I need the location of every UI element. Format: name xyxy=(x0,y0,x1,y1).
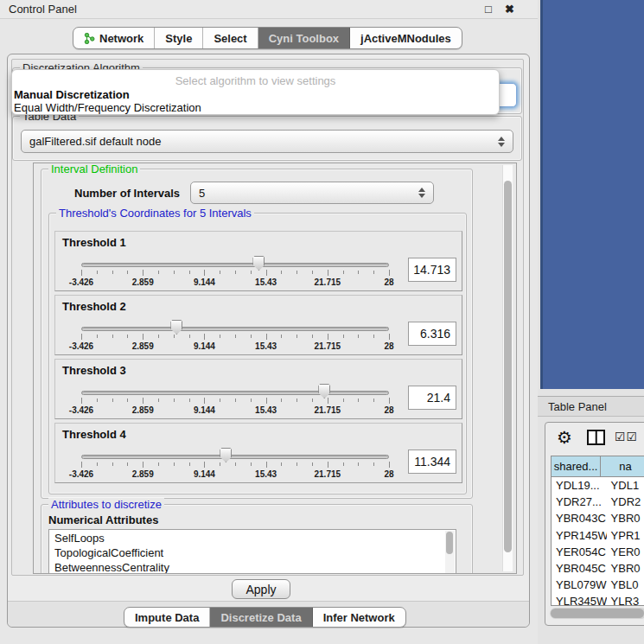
table-cell[interactable]: YBL079W xyxy=(552,577,607,593)
threshold-4-label: Threshold 4 xyxy=(62,428,126,441)
tab-select[interactable]: Select xyxy=(203,28,258,48)
control-panel-titlebar: Control Panel □ ✖ xyxy=(0,0,538,19)
table-row[interactable]: YDR27...YDR2 xyxy=(552,494,644,510)
threshold-3-slider-thumb[interactable] xyxy=(318,384,330,399)
tab-impute-data-label: Impute Data xyxy=(135,611,199,624)
close-icon[interactable]: ✖ xyxy=(505,3,514,16)
list-item[interactable]: TopologicalCoefficient xyxy=(54,546,163,559)
table-horizontal-scrollbar[interactable] xyxy=(550,608,644,619)
threshold-1-slider-thumb[interactable] xyxy=(252,256,265,271)
settings-scrollbar[interactable] xyxy=(502,165,513,571)
table-cell[interactable]: YBL0 xyxy=(607,577,644,593)
table-row[interactable]: YPR145WYPR1 xyxy=(552,527,644,544)
table-data-select[interactable]: galFiltered.sif default node xyxy=(21,130,513,153)
slider-tick xyxy=(343,335,344,338)
slider-tick-label: -3.426 xyxy=(69,277,93,287)
threshold-2-slider-track[interactable] xyxy=(81,327,389,331)
slider-tick xyxy=(343,462,344,466)
threshold-2-value-field[interactable]: 6.316 xyxy=(408,322,456,346)
slider-tick-label: 2.859 xyxy=(132,277,154,287)
numerical-attributes-list[interactable]: SelfLoops TopologicalCoefficient Between… xyxy=(48,529,456,574)
slider-tick xyxy=(266,334,267,340)
table-row[interactable]: YER054CYER0 xyxy=(552,544,644,560)
attributes-list-scrollbar[interactable] xyxy=(445,531,455,574)
slider-tick xyxy=(373,399,374,402)
slider-tick xyxy=(312,399,313,402)
slider-tick xyxy=(174,271,175,274)
table-cell[interactable]: YDL19... xyxy=(552,477,607,494)
table-cell[interactable]: YER0 xyxy=(607,544,644,560)
tab-impute-data[interactable]: Impute Data xyxy=(124,608,210,627)
table-cell[interactable]: YBR0 xyxy=(607,560,644,577)
apply-button[interactable]: Apply xyxy=(232,579,290,599)
tab-style-label: Style xyxy=(165,32,192,45)
table-cell[interactable]: YDL1 xyxy=(607,477,644,494)
threshold-4-slider-thumb[interactable] xyxy=(220,448,232,462)
table-cell[interactable]: YDR27... xyxy=(552,494,607,510)
table-header-row: shared... na xyxy=(552,456,644,477)
slider-tick-label: 21.715 xyxy=(315,405,341,415)
popup-option-equal-width-frequency[interactable]: Equal Width/Frequency Discretization xyxy=(13,101,497,114)
table-cell[interactable]: YPR145W xyxy=(552,527,607,544)
slider-tick xyxy=(204,334,205,340)
split-pane-icon[interactable] xyxy=(587,430,605,445)
popup-option-manual-discretization[interactable]: Manual Discretization xyxy=(13,88,497,101)
threshold-3-value-field[interactable]: 21.4 xyxy=(408,386,456,410)
slider-tick xyxy=(389,398,390,404)
number-of-intervals-select[interactable]: 5 xyxy=(190,182,434,204)
threshold-4-panel: Threshold 4 -3.4262.8599.14415.4321.7152… xyxy=(54,423,462,483)
slider-tick xyxy=(127,399,128,402)
threshold-4-value-field[interactable]: 11.344 xyxy=(408,450,456,474)
list-item[interactable]: SelfLoops xyxy=(54,532,105,545)
threshold-4-slider-ticks xyxy=(81,462,389,469)
slider-tick xyxy=(81,270,82,276)
table-cell[interactable]: YBR045C xyxy=(552,560,607,577)
slider-tick-label: 9.144 xyxy=(194,341,215,351)
tab-discretize-data[interactable]: Discretize Data xyxy=(210,608,312,627)
table-cell[interactable]: YLR345W xyxy=(552,593,607,606)
threshold-4-slider-track[interactable] xyxy=(81,455,389,459)
table-cell[interactable]: YPR1 xyxy=(607,527,644,544)
list-item[interactable]: BetweennessCentrality xyxy=(54,561,169,574)
table-row[interactable]: YDL19...YDL1 xyxy=(552,477,644,494)
threshold-1-value-field[interactable]: 14.713 xyxy=(408,258,456,282)
table-row[interactable]: YLR345WYLR3 xyxy=(552,593,644,606)
tab-jactivemnodules[interactable]: jActiveMNodules xyxy=(350,28,462,48)
threshold-2-slider-tick-labels: -3.4262.8599.14415.4321.71528 xyxy=(81,341,389,351)
gear-icon[interactable]: ⚙ xyxy=(557,427,572,448)
slider-tick xyxy=(143,398,143,404)
slider-tick xyxy=(220,399,220,402)
threshold-1-slider-track[interactable] xyxy=(81,263,389,267)
float-window-icon[interactable]: □ xyxy=(485,3,492,16)
table-row[interactable]: YBL079WYBL0 xyxy=(552,577,644,593)
threshold-3-panel: Threshold 3 -3.4262.8599.14415.4321.7152… xyxy=(54,359,462,419)
slider-tick xyxy=(281,399,282,402)
network-icon xyxy=(84,33,95,44)
table-cell[interactable]: YLR3 xyxy=(607,593,644,606)
tab-cyni-toolbox[interactable]: Cyni Toolbox xyxy=(258,28,350,48)
checkbox-icons[interactable]: ☑☑ xyxy=(615,430,638,443)
tab-infer-network[interactable]: Infer Network xyxy=(313,608,405,627)
tab-network[interactable]: Network xyxy=(73,28,155,48)
column-header-name[interactable]: na xyxy=(601,456,644,476)
table-row[interactable]: YBR043CYBR0 xyxy=(552,510,644,526)
table-cell[interactable]: YDR2 xyxy=(607,494,644,510)
slider-tick-label: 15.43 xyxy=(255,469,277,479)
settings-scrollbar-thumb[interactable] xyxy=(504,181,512,552)
node-table: shared... na YDL19...YDL1YDR27...YDR2YBR… xyxy=(551,456,644,606)
slider-tick xyxy=(296,335,297,338)
slider-tick-label: 28 xyxy=(384,469,393,479)
table-cell[interactable]: YER054C xyxy=(552,544,607,560)
slider-tick xyxy=(281,271,282,274)
combo-stepper-icon xyxy=(498,137,505,147)
table-cell[interactable]: YBR043C xyxy=(552,510,607,526)
table-horizontal-scrollbar-thumb[interactable] xyxy=(551,609,644,618)
table-cell[interactable]: YBR0 xyxy=(607,510,644,526)
tab-style[interactable]: Style xyxy=(155,28,203,48)
column-header-shared-name[interactable]: shared... xyxy=(552,456,601,476)
threshold-2-slider-thumb[interactable] xyxy=(170,320,182,335)
threshold-3-slider-track[interactable] xyxy=(81,391,389,395)
slider-tick xyxy=(97,399,98,402)
table-row[interactable]: YBR045CYBR0 xyxy=(552,560,644,577)
slider-tick xyxy=(235,271,236,274)
